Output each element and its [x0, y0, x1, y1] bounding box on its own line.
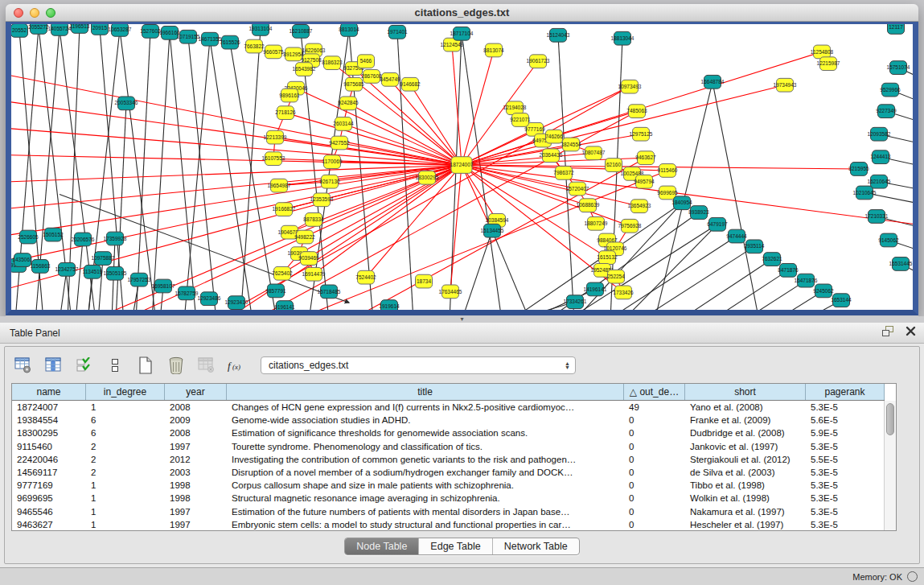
column-header-out_de[interactable]: △ out_de… [624, 384, 685, 400]
table-cell: Genome-wide association studies in ADHD. [227, 414, 624, 426]
table-scrollbar[interactable] [884, 401, 896, 530]
table-row[interactable]: 1938455462009Genome-wide association stu… [12, 414, 885, 426]
column-header-pagerank[interactable]: pagerank [806, 384, 885, 400]
table-cell: 5.3E-5 [806, 505, 885, 518]
table-cell: 1997 [165, 505, 227, 518]
graph-node-label: 9267130 [319, 179, 340, 184]
table-cell: 18300295 [12, 426, 86, 439]
table-cell: Changes of HCN gene expression and I(f) … [227, 401, 624, 414]
graph-node-label: 2055272 [28, 24, 49, 30]
row-height-icon[interactable] [105, 355, 125, 376]
red-edge [462, 165, 913, 226]
float-panel-icon[interactable] [882, 326, 894, 336]
memory-status-label: Memory: OK [852, 572, 902, 582]
tab-edge-table[interactable]: Edge Table [419, 538, 492, 554]
table-row[interactable]: 969969511998Structural magnetic resonanc… [12, 492, 885, 505]
graph-node-label: 12342757 [55, 266, 79, 272]
graph-node-label: 9227349 [876, 108, 897, 113]
graph-node-label: 12923410 [225, 299, 248, 305]
graph-node-label: 9463627 [635, 154, 656, 160]
table-row[interactable]: 946362711997Embryonic stem cells: a mode… [12, 518, 885, 531]
graph-node-label: 9245062 [813, 288, 834, 294]
table-cell: Estimation of the future numbers of pati… [227, 505, 624, 518]
graph-node-label: 7625402 [272, 270, 293, 276]
function-builder-icon[interactable]: f (x) [227, 355, 248, 376]
graph-node-label: 16648784 [701, 79, 725, 84]
graph-node-label: 15134455 [481, 228, 504, 233]
graph-node-label: 1733426 [613, 290, 634, 295]
graph-node-label: 8186323 [322, 60, 343, 65]
graph-node-label: 746266 [545, 134, 563, 139]
red-edge [11, 127, 462, 165]
close-panel-icon[interactable] [906, 326, 916, 336]
table-cell: 18724007 [12, 401, 86, 414]
table-cell: 5.5E-5 [806, 453, 885, 466]
column-header-title[interactable]: title [227, 384, 624, 400]
window-titlebar[interactable]: citations_edges.txt [6, 4, 918, 22]
table-cell: 1 [86, 505, 165, 518]
panel-splitter[interactable]: ▾ [0, 316, 924, 323]
column-header-short[interactable]: short [685, 384, 806, 400]
graph-node-label: 8813014 [339, 27, 359, 32]
column-header-in_degree[interactable]: in_degree [86, 384, 165, 400]
graph-node-label: 1435061 [12, 257, 33, 262]
table-cell: Nakamura et al. (1997) [685, 505, 806, 518]
table-cell: Tourette syndrome. Phenomenology and cla… [227, 440, 624, 453]
show-columns-icon[interactable] [43, 355, 64, 376]
table-cell: 19384554 [12, 414, 86, 426]
graph-node-label: 8878334 [303, 216, 324, 222]
graph-node-label: 17210331 [865, 213, 889, 219]
graph-node-label: 17359928 [104, 236, 127, 241]
graph-node-label: 9221071 [510, 117, 531, 122]
graph-node-label: 14055724 [48, 26, 72, 31]
graph-node-label: 16107553 [262, 155, 285, 161]
tab-node-table[interactable]: Node Table [345, 538, 419, 554]
table-selector-dropdown[interactable]: citations_edges.txt ▲▼ [261, 356, 576, 374]
graph-node-label: 19313104 [249, 26, 273, 31]
table-cell: 5.3E-5 [806, 466, 885, 479]
table-row[interactable]: 911546021997Tourette syndrome. Phenomeno… [12, 440, 885, 453]
table-row[interactable]: 1830029562008Estimation of significance … [12, 426, 885, 439]
graph-node-label: 13505195 [104, 270, 127, 276]
table-settings-icon[interactable] [13, 355, 34, 376]
new-table-icon[interactable] [135, 355, 156, 376]
table-panel-titlebar: Table Panel [0, 323, 924, 344]
graph-node-label: 9529966 [880, 87, 901, 93]
splitter-handle-icon[interactable]: ▾ [460, 315, 463, 323]
scrollbar-thumb[interactable] [886, 403, 894, 435]
red-edge [348, 103, 462, 165]
graph-node-label: 9474444 [726, 233, 747, 239]
delete-rows-icon[interactable] [166, 355, 187, 376]
graph-node-label: 7485063 [626, 108, 647, 113]
graph-node-label: 11254808 [811, 49, 834, 55]
tab-network-table[interactable]: Network Table [493, 538, 579, 554]
graph-node-label: 7663822 [244, 43, 265, 49]
table-cell: 1 [86, 401, 165, 414]
table-cell: 6 [86, 414, 165, 426]
graph-node-label: 18734 [417, 278, 431, 284]
graph-node-label: 1244413 [870, 154, 891, 159]
graph-node-label: 10807487 [582, 150, 606, 156]
table-row[interactable]: 2242004622012Investigating the contribut… [12, 453, 885, 466]
graph-node-label: 3824554 [561, 142, 581, 147]
graph-node-label: 17334261 [564, 299, 587, 304]
column-header-year[interactable]: year [165, 384, 227, 400]
table-row[interactable]: 1456911722003Disruption of a novel membe… [12, 466, 885, 479]
graph-node-label: 2603144 [333, 121, 354, 126]
black-edge [152, 33, 170, 310]
graph-node-label: 15720407 [566, 186, 589, 192]
table-cell: 2 [86, 453, 165, 466]
graph-node-label: 9427552 [329, 140, 350, 146]
table-cell: 0 [624, 440, 685, 453]
column-header-name[interactable]: name [12, 384, 86, 400]
select-rows-icon[interactable] [74, 355, 95, 376]
delete-table-icon[interactable] [196, 355, 217, 376]
table-body: 1872400712008Changes of HCN gene express… [12, 401, 896, 531]
table-cell: Jankovic et al. (1997) [685, 440, 806, 453]
table-row[interactable]: 977716911998Corpus callosum shape and si… [12, 479, 885, 492]
graph-node-label: 10975887 [92, 255, 115, 261]
table-row[interactable]: 946554611997Estimation of the future num… [12, 505, 885, 518]
table-row[interactable]: 1872400712008Changes of HCN gene express… [12, 401, 885, 414]
network-view[interactable]: 8912954142260639127508165439828186323932… [6, 22, 918, 315]
graph-node-label: 1196513 [70, 24, 90, 29]
